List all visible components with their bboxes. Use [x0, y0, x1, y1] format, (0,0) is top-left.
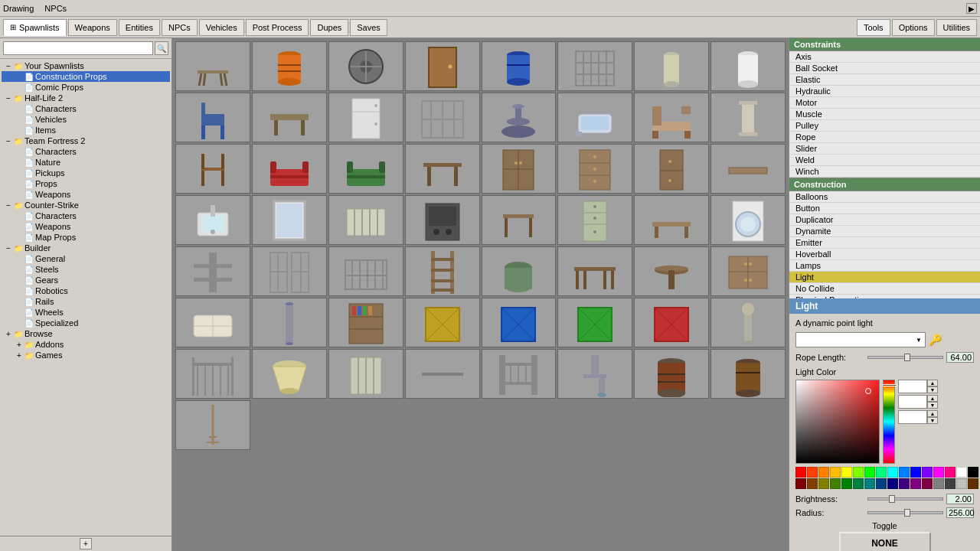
constraints-scroll-area[interactable]: Constraints AxisBall SocketElasticHydrau…	[789, 38, 980, 298]
color-swatch-0[interactable]	[795, 467, 806, 478]
color-swatch-8[interactable]	[887, 467, 898, 478]
rtab-options[interactable]: Options	[892, 19, 935, 36]
color-swatch-7[interactable]	[876, 467, 887, 478]
item-thumb-22[interactable]	[634, 144, 709, 194]
item-thumb-10[interactable]	[328, 93, 403, 142]
color-swatch-22[interactable]	[864, 478, 875, 489]
item-thumb-48[interactable]	[175, 349, 250, 399]
tree-item-17[interactable]: −📁Builder	[2, 243, 170, 253]
constraint-item-hydraulic[interactable]: Hydraulic	[789, 86, 980, 97]
construction-item-button[interactable]: Button	[789, 203, 980, 214]
construction-item-duplicator[interactable]: Duplicator	[789, 214, 980, 226]
construction-item-balloons[interactable]: Balloons	[789, 191, 980, 203]
tree-item-3[interactable]: −📁Half-Life 2	[2, 93, 170, 103]
constraint-item-elastic[interactable]: Elastic	[789, 74, 980, 86]
rtab-tools[interactable]: Tools	[857, 19, 890, 36]
item-thumb-53[interactable]	[557, 349, 632, 399]
tab-entities[interactable]: Entities	[119, 19, 160, 36]
item-thumb-52[interactable]	[482, 349, 557, 399]
item-thumb-18[interactable]	[328, 144, 403, 194]
tree-toggle-25[interactable]: +	[3, 330, 14, 338]
tree-item-18[interactable]: 📄General	[2, 253, 170, 264]
color-swatch-12[interactable]	[933, 467, 944, 478]
item-thumb-24[interactable]	[175, 195, 250, 245]
light-dropdown[interactable]: ▼	[795, 332, 926, 347]
item-thumb-46[interactable]	[634, 298, 709, 347]
add-spawnlist-button[interactable]: +	[80, 538, 92, 549]
tree-item-11[interactable]: 📄Props	[2, 178, 170, 189]
green-decrement[interactable]: ▼	[927, 402, 938, 409]
tab-vehicles[interactable]: Vehicles	[199, 19, 244, 36]
item-thumb-26[interactable]	[328, 195, 403, 245]
construction-item-light[interactable]: Light	[789, 272, 980, 283]
color-swatch-4[interactable]	[841, 467, 852, 478]
tab-dupes[interactable]: Dupes	[310, 19, 348, 36]
item-thumb-25[interactable]	[252, 195, 327, 245]
item-thumb-19[interactable]	[405, 144, 480, 194]
tree-item-19[interactable]: 📄Steels	[2, 264, 170, 275]
item-thumb-5[interactable]	[557, 41, 632, 91]
red-increment[interactable]: ▲	[927, 380, 938, 386]
tab-npcs[interactable]: NPCs	[162, 19, 198, 36]
color-swatch-26[interactable]	[910, 478, 921, 489]
tree-item-27[interactable]: +📁Games	[2, 350, 170, 360]
item-thumb-49[interactable]	[252, 349, 327, 399]
item-thumb-44[interactable]	[482, 298, 557, 347]
tree-item-25[interactable]: +📁Browse	[2, 328, 170, 339]
item-thumb-34[interactable]	[328, 246, 403, 296]
item-thumb-40[interactable]	[175, 298, 250, 347]
color-swatch-20[interactable]	[841, 478, 852, 489]
red-decrement[interactable]: ▼	[927, 386, 938, 393]
color-swatch-31[interactable]	[968, 478, 978, 489]
item-thumb-51[interactable]	[405, 349, 480, 399]
content-scroll[interactable]	[172, 38, 789, 551]
item-thumb-17[interactable]	[252, 144, 327, 194]
tree-item-24[interactable]: 📄Specialized	[2, 318, 170, 328]
radius-slider[interactable]	[867, 511, 943, 514]
item-thumb-30[interactable]	[634, 195, 709, 245]
color-swatch-30[interactable]	[956, 478, 967, 489]
item-thumb-56[interactable]	[175, 400, 250, 450]
item-thumb-41[interactable]	[252, 298, 327, 347]
tree-toggle-3[interactable]: −	[3, 94, 14, 103]
construction-item-no-collide[interactable]: No Collide	[789, 283, 980, 295]
rope-length-slider[interactable]	[867, 356, 943, 359]
tab-saves[interactable]: Saves	[350, 19, 387, 36]
item-thumb-32[interactable]	[175, 246, 250, 296]
tree-toggle-0[interactable]: −	[3, 62, 14, 70]
item-thumb-3[interactable]	[405, 41, 480, 91]
tree-item-0[interactable]: −📁Your Spawnlists	[2, 60, 170, 71]
color-swatch-29[interactable]	[945, 478, 956, 489]
tree-item-6[interactable]: 📄Items	[2, 125, 170, 135]
color-swatch-9[interactable]	[899, 467, 910, 478]
color-swatch-28[interactable]	[933, 478, 944, 489]
item-thumb-7[interactable]	[710, 41, 786, 91]
menu-drawing[interactable]: Drawing	[3, 4, 34, 13]
item-thumb-29[interactable]	[557, 195, 632, 245]
blue-decrement[interactable]: ▼	[927, 417, 938, 424]
tree-item-22[interactable]: 📄Rails	[2, 296, 170, 307]
item-thumb-6[interactable]	[634, 41, 709, 91]
tab-postprocess[interactable]: Post Process	[246, 19, 309, 36]
color-swatch-6[interactable]	[864, 467, 875, 478]
minimize-button[interactable]: ▶	[966, 3, 977, 14]
color-swatch-5[interactable]	[853, 467, 864, 478]
tree-item-26[interactable]: +📁Addons	[2, 339, 170, 350]
green-increment[interactable]: ▲	[927, 395, 938, 402]
tree-toggle-27[interactable]: +	[14, 351, 24, 360]
tree-toggle-26[interactable]: +	[14, 341, 24, 349]
brightness-slider[interactable]	[867, 497, 943, 500]
color-swatch-27[interactable]	[922, 478, 933, 489]
item-thumb-12[interactable]	[482, 93, 557, 142]
none-button[interactable]: NONE	[839, 532, 931, 551]
color-gradient[interactable]	[795, 380, 880, 464]
item-thumb-21[interactable]	[557, 144, 632, 194]
item-thumb-0[interactable]	[175, 41, 250, 91]
tree-item-21[interactable]: 📄Robotics	[2, 285, 170, 296]
item-thumb-37[interactable]	[557, 246, 632, 296]
tree-toggle-7[interactable]: −	[3, 137, 14, 145]
item-thumb-1[interactable]	[252, 41, 327, 91]
item-thumb-28[interactable]	[482, 195, 557, 245]
item-thumb-47[interactable]	[710, 298, 786, 347]
color-swatch-21[interactable]	[853, 478, 864, 489]
